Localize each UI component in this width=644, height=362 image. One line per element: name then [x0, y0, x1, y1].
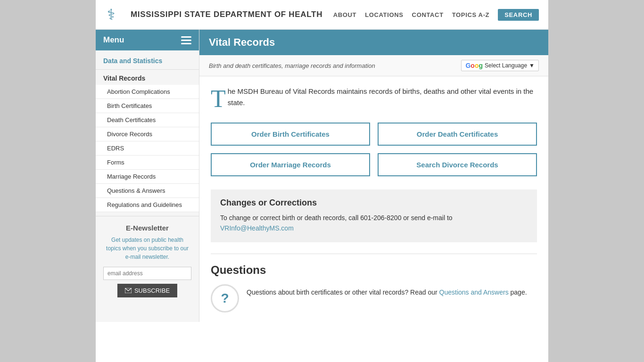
action-buttons-grid: Order Birth Certificates Order Death Cer… [211, 123, 537, 176]
hamburger-icon[interactable] [181, 36, 191, 44]
page-title: Vital Records [199, 30, 548, 55]
corrections-email-link[interactable]: VRInfo@HealthyMS.com [220, 224, 294, 232]
sidebar-item-death-certificates[interactable]: Death Certificates [96, 113, 199, 127]
top-nav: About Locations Contact Topics A-Z Searc… [333, 9, 539, 21]
corrections-title: Changes or Corrections [220, 198, 528, 208]
intro-text-body: he MSDH Bureau of Vital Records maintain… [228, 86, 537, 108]
subscribe-button[interactable]: SUBSCRIBE [117, 284, 177, 297]
sidebar-item-forms[interactable]: Forms [96, 156, 199, 170]
sidebar-item-edrs[interactable]: EDRS [96, 141, 199, 156]
drop-cap: T [211, 87, 226, 111]
sidebar: Menu Data and Statistics Vital Records A… [96, 30, 199, 322]
questions-text: Questions about birth certificates or ot… [247, 284, 527, 297]
email-icon [125, 288, 132, 293]
sidebar-item-divorce-records[interactable]: Divorce Records [96, 127, 199, 141]
sidebar-item-marriage-records[interactable]: Marriage Records [96, 170, 199, 184]
topics-az-link[interactable]: Topics A-Z [452, 11, 489, 18]
enewsletter-email-input[interactable] [103, 267, 191, 280]
section-divider [211, 254, 537, 254]
enewsletter-description: Get updates on public health topics when… [103, 236, 191, 261]
site-header: ⚕ Mississippi State Department of Health… [96, 0, 548, 30]
questions-answers-link[interactable]: Questions and Answers [439, 288, 509, 296]
select-language-label: Select Language [485, 62, 527, 69]
enewsletter-section: E-Newsletter Get updates on public healt… [96, 216, 199, 305]
site-title: Mississippi State Department of Health [131, 10, 322, 19]
logo-area: ⚕ Mississippi State Department of Health [105, 5, 322, 25]
questions-text-after: page. [511, 288, 527, 296]
main-content: Vital Records Birth and death certificat… [199, 30, 548, 322]
corrections-text: To change or correct birth or death reco… [220, 213, 528, 234]
page-subtitle-bar: Birth and death certificates, marriage r… [199, 55, 548, 76]
google-translate-widget[interactable]: Goog Select Language ▼ [461, 60, 539, 71]
svg-text:⚕: ⚕ [107, 6, 115, 23]
order-marriage-records-button[interactable]: Order Marriage Records [211, 153, 370, 176]
order-birth-certificates-button[interactable]: Order Birth Certificates [211, 123, 370, 146]
question-mark-icon: ? [211, 284, 239, 313]
sidebar-item-birth-certificates[interactable]: Birth Certificates [96, 99, 199, 113]
sidebar-item-questions-answers[interactable]: Questions & Answers [96, 184, 199, 198]
questions-text-before: Questions about birth certificates or ot… [247, 288, 438, 296]
main-body: T he MSDH Bureau of Vital Records mainta… [199, 76, 548, 322]
menu-label: Menu [103, 35, 124, 45]
questions-title: Questions [211, 263, 537, 277]
about-link[interactable]: About [333, 11, 356, 18]
enewsletter-title: E-Newsletter [103, 224, 191, 232]
sidebar-menu-header: Menu [96, 30, 199, 50]
sidebar-item-abortion-complications[interactable]: Abortion Complications [96, 85, 199, 99]
sidebar-item-regulations-guidelines[interactable]: Regulations and Guidelines [96, 198, 199, 212]
page-subtitle: Birth and death certificates, marriage r… [209, 62, 375, 69]
questions-box: ? Questions about birth certificates or … [211, 284, 537, 313]
locations-link[interactable]: Locations [365, 11, 403, 18]
google-g-icon: Goog [465, 62, 483, 69]
select-language-dropdown-icon: ▼ [529, 62, 535, 69]
contact-link[interactable]: Contact [412, 11, 444, 18]
search-link[interactable]: Search [498, 9, 539, 21]
corrections-box: Changes or Corrections To change or corr… [211, 189, 537, 242]
subscribe-label: SUBSCRIBE [134, 287, 170, 294]
sidebar-section-title: Data and Statistics [96, 50, 199, 70]
msdh-logo-icon: ⚕ [105, 5, 125, 25]
search-divorce-records-button[interactable]: Search Divorce Records [378, 153, 537, 176]
intro-paragraph: T he MSDH Bureau of Vital Records mainta… [211, 86, 537, 111]
sidebar-subsection-title: Vital Records [96, 70, 199, 85]
order-death-certificates-button[interactable]: Order Death Certificates [378, 123, 537, 146]
